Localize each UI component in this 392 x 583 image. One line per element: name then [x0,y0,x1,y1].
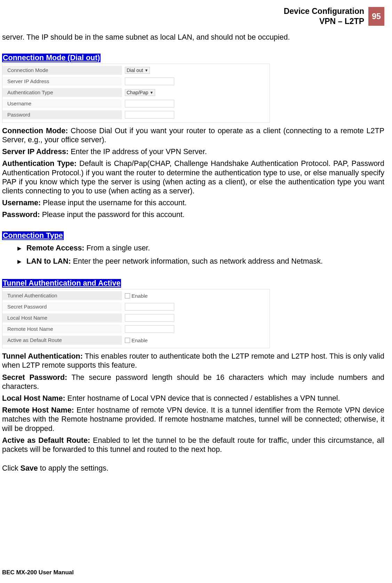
page-header: Device Configuration VPN – L2TP 95 [2,6,384,26]
row-label: Server IP Address [2,77,122,86]
desc-server-ip: Server IP Address: Enter the IP address … [2,147,384,156]
triangle-bullet-icon: ▶ [17,258,22,265]
list-item: ▶ Remote Access: From a single user. [17,243,384,253]
auth-type-select[interactable]: Chap/Pap ▼ [125,89,155,96]
page-number-badge: 95 [368,7,384,26]
desc-password: Password: Please input the password for … [2,210,384,219]
table-row: Remote Host Name [2,324,270,335]
select-value: Dial out [127,67,143,73]
row-label: Tunnel Authentication [2,291,122,300]
table-row: Password [2,109,270,120]
password-input[interactable] [125,111,174,119]
intro-continuation: server. The IP should be in the same sub… [2,33,384,42]
chevron-down-icon: ▼ [144,68,148,72]
desc-active-default-route: Active as Default Route: Enabled to let … [2,436,384,454]
table-row: Username [2,98,270,109]
row-label: Username [2,99,122,108]
table-row: Active as Default Route Enable [2,335,270,346]
table-row: Tunnel Authentication Enable [2,290,270,301]
table-row: Authentication Type Chap/Pap ▼ [2,87,270,98]
chevron-down-icon: ▼ [150,90,153,95]
row-label: Password [2,110,122,119]
header-title-line2: VPN – L2TP [319,17,364,26]
table-row: Local Host Name [2,312,270,324]
enable-label: Enable [131,337,148,343]
page-number: 95 [372,12,381,21]
secret-password-input[interactable] [125,303,174,311]
local-host-input[interactable] [125,314,174,322]
remote-host-input[interactable] [125,325,174,333]
desc-secret-password: Secret Password: The secure password len… [2,373,384,391]
connection-mode-table: Connection Mode Dial out ▼ Server IP Add… [2,64,270,123]
row-label: Secret Password [2,302,122,311]
section-tunnel-auth-title: Tunnel Authentication and Active [2,279,121,288]
select-value: Chap/Pap [127,90,148,95]
connection-mode-select-cell: Dial out ▼ [122,67,150,74]
row-label: Remote Host Name [2,325,122,334]
server-ip-input[interactable] [125,78,174,85]
row-label: Local Host Name [2,313,122,322]
row-label: Active as Default Route [2,336,122,345]
page-content: server. The IP should be in the same sub… [2,26,384,473]
auth-type-select-cell: Chap/Pap ▼ [122,89,155,96]
section-connection-type-title: Connection Type [2,231,64,240]
list-item: ▶ LAN to LAN: Enter the peer network inf… [17,257,384,266]
tunnel-auth-checkbox[interactable] [125,293,130,298]
table-row: Connection Mode Dial out ▼ [2,65,270,76]
connection-type-list: ▶ Remote Access: From a single user. ▶ L… [2,241,384,266]
connection-mode-select[interactable]: Dial out ▼ [125,67,150,74]
desc-username: Username: Please input the username for … [2,198,384,207]
triangle-bullet-icon: ▶ [17,245,22,251]
default-route-checkbox[interactable] [125,338,130,343]
row-label: Connection Mode [2,66,122,75]
desc-remote-host: Remote Host Name: Enter hostname of remo… [2,406,384,433]
header-title-line1: Device Configuration [284,7,364,16]
page-container: Device Configuration VPN – L2TP 95 serve… [0,0,392,583]
row-label: Authentication Type [2,88,122,97]
username-input[interactable] [125,100,174,107]
footer-manual-name: BEC MX-200 User Manual [2,569,74,576]
header-title-block: Device Configuration VPN – L2TP [284,6,364,26]
desc-local-host: Local Host Name: Enter hostname of Local… [2,394,384,403]
tunnel-auth-table: Tunnel Authentication Enable Secret Pass… [2,289,270,348]
enable-label: Enable [131,293,148,299]
desc-connection-mode: Connection Mode: Choose Dial Out if you … [2,126,384,144]
save-instruction: Click Save to apply the settings. [2,464,384,473]
desc-auth-type: Authentication Type: Default is Chap/Pap… [2,159,384,195]
desc-tunnel-auth: Tunnel Authentication: This enables rout… [2,352,384,370]
table-row: Server IP Address [2,76,270,87]
section-connection-mode-title: Connection Mode (Dial out) [2,54,101,62]
table-row: Secret Password [2,301,270,312]
